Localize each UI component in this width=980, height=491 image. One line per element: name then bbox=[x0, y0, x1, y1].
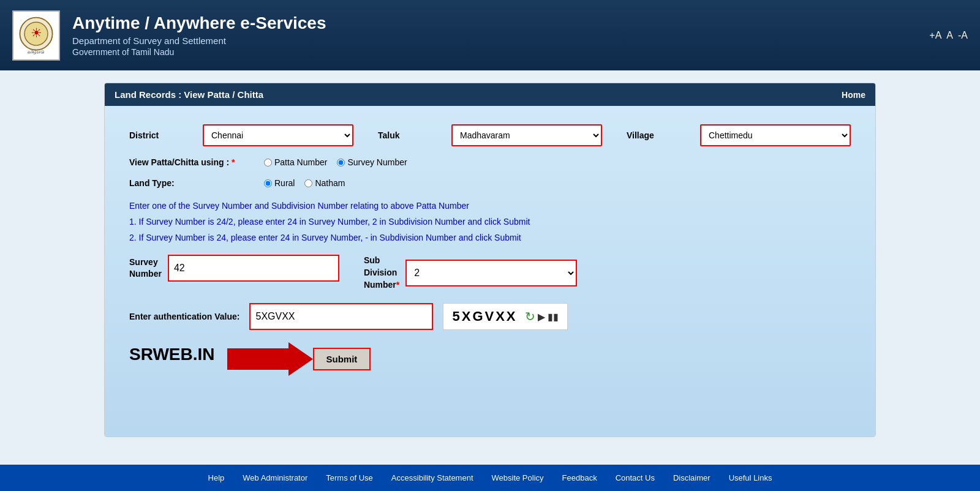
radio-survey-number[interactable]: Survey Number bbox=[337, 157, 407, 167]
header-subtitle: Department of Survey and Settlement bbox=[72, 36, 929, 46]
subdivision-label: SubDivisionNumber* bbox=[364, 255, 399, 291]
footer-contact-us[interactable]: Contact Us bbox=[616, 473, 655, 482]
survey-number-group: SurveyNumber bbox=[129, 255, 339, 282]
font-increase[interactable]: +A bbox=[929, 30, 941, 41]
land-type-row: Land Type: Rural Natham bbox=[129, 178, 851, 188]
svg-text:☀: ☀ bbox=[31, 25, 42, 39]
radio-rural-input[interactable] bbox=[264, 179, 272, 187]
subdivision-group: SubDivisionNumber* 2 1 3 - bbox=[364, 255, 577, 291]
survey-number-input[interactable] bbox=[168, 255, 339, 282]
submit-button[interactable]: Submit bbox=[313, 348, 371, 370]
captcha-controls: ↻ ▶ ▮▮ bbox=[525, 309, 559, 324]
footer-disclaimer[interactable]: Disclaimer bbox=[673, 473, 710, 482]
village-select[interactable]: Chettimedu Puzhal bbox=[700, 124, 851, 146]
footer-website-policy[interactable]: Website Policy bbox=[492, 473, 544, 482]
submit-section: SRWEB.IN Submit bbox=[129, 342, 851, 376]
location-row: District Chennai Coimbatore Salem Madura… bbox=[129, 124, 851, 146]
form-area: District Chennai Coimbatore Salem Madura… bbox=[105, 106, 875, 437]
home-link[interactable]: Home bbox=[842, 90, 865, 100]
instruction-line-1: Enter one of the Survey Number and Subdi… bbox=[129, 199, 851, 214]
view-patta-label: View Patta/Chitta using : * bbox=[129, 157, 252, 167]
taluk-label: Taluk bbox=[378, 130, 439, 140]
footer-help[interactable]: Help bbox=[208, 473, 225, 482]
captcha-refresh-icon[interactable]: ↻ bbox=[525, 309, 535, 324]
instruction-line-2: 1. If Survey Number is 24/2, please ente… bbox=[129, 215, 851, 230]
footer-terms[interactable]: Terms of Use bbox=[326, 473, 373, 482]
subdivision-select[interactable]: 2 1 3 - bbox=[405, 260, 577, 287]
view-patta-radio-group: Patta Number Survey Number bbox=[264, 157, 407, 167]
svg-marker-5 bbox=[227, 342, 313, 376]
font-decrease[interactable]: -A bbox=[958, 30, 968, 41]
village-label: Village bbox=[627, 130, 688, 140]
svg-text:தமிழ்நாடு: தமிழ்நாடு bbox=[28, 50, 45, 54]
font-normal[interactable]: A bbox=[946, 30, 953, 41]
footer-useful-links[interactable]: Useful Links bbox=[729, 473, 772, 482]
arrow-submit-group: Submit bbox=[227, 342, 371, 376]
footer-feedback[interactable]: Feedback bbox=[562, 473, 597, 482]
auth-row: Enter authentication Value: 5XGVXX ↻ ▶ ▮… bbox=[129, 303, 851, 330]
radio-survey-input[interactable] bbox=[337, 159, 345, 167]
header: ☀ தமிழ்நாடு Anytime / Anywhere e-Service… bbox=[0, 0, 980, 70]
header-text: Anytime / Anywhere e-Services Department… bbox=[72, 13, 929, 57]
radio-patta-input[interactable] bbox=[264, 159, 272, 167]
land-type-radio-group: Rural Natham bbox=[264, 178, 345, 188]
radio-natham-input[interactable] bbox=[304, 179, 312, 187]
district-label: District bbox=[129, 130, 190, 140]
footer: Help Web Administrator Terms of Use Acce… bbox=[0, 465, 980, 491]
view-patta-row: View Patta/Chitta using : * Patta Number… bbox=[129, 157, 851, 167]
radio-natham[interactable]: Natham bbox=[304, 178, 345, 188]
land-type-label: Land Type: bbox=[129, 178, 252, 188]
header-title: Anytime / Anywhere e-Services bbox=[72, 13, 929, 33]
radio-patta-number[interactable]: Patta Number bbox=[264, 157, 327, 167]
captcha-pause-icon[interactable]: ▮▮ bbox=[548, 311, 559, 323]
footer-web-admin[interactable]: Web Administrator bbox=[243, 473, 307, 482]
captcha-play-icon[interactable]: ▶ bbox=[538, 311, 545, 323]
captcha-text: 5XGVXX bbox=[452, 309, 517, 324]
survey-number-label: SurveyNumber bbox=[129, 257, 162, 280]
header-gov: Government of Tamil Nadu bbox=[72, 47, 929, 57]
main-content: Land Records : View Patta / Chitta Home … bbox=[0, 70, 980, 465]
auth-input[interactable] bbox=[249, 303, 433, 330]
instructions-block: Enter one of the Survey Number and Subdi… bbox=[129, 199, 851, 245]
footer-accessibility[interactable]: Accessibility Statement bbox=[391, 473, 473, 482]
radio-rural[interactable]: Rural bbox=[264, 178, 295, 188]
section-header: Land Records : View Patta / Chitta Home bbox=[105, 83, 875, 106]
font-size-controls: +A A -A bbox=[929, 30, 968, 41]
instruction-line-3: 2. If Survey Number is 24, please enter … bbox=[129, 231, 851, 246]
watermark: SRWEB.IN bbox=[129, 345, 215, 364]
district-select[interactable]: Chennai Coimbatore Salem Madurai bbox=[203, 124, 353, 146]
taluk-select[interactable]: Madhavaram Ambattur Perambur bbox=[451, 124, 602, 146]
survey-row: SurveyNumber SubDivisionNumber* 2 1 3 - bbox=[129, 255, 851, 291]
captcha-display: 5XGVXX ↻ ▶ ▮▮ bbox=[443, 303, 567, 330]
red-arrow-icon bbox=[227, 342, 313, 376]
tn-logo: ☀ தமிழ்நாடு bbox=[12, 10, 60, 61]
page-container: Land Records : View Patta / Chitta Home … bbox=[104, 83, 876, 437]
section-title: Land Records : View Patta / Chitta bbox=[115, 89, 263, 100]
auth-label: Enter authentication Value: bbox=[129, 312, 239, 321]
